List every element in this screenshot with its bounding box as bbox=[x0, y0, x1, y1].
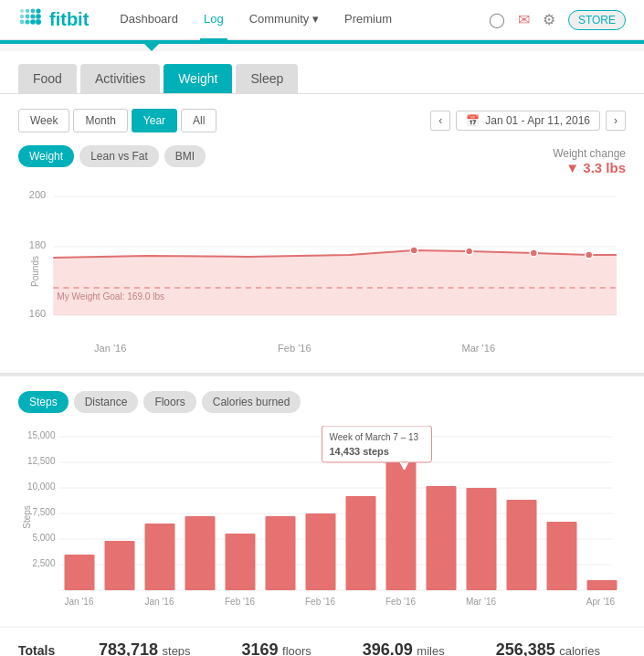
wtab-bmi[interactable]: BMI bbox=[164, 145, 206, 167]
svg-text:Mar '16: Mar '16 bbox=[461, 343, 495, 354]
total-floors: 3169 floors bbox=[242, 640, 311, 656]
stab-floors[interactable]: Floors bbox=[143, 391, 195, 413]
date-nav: ‹ 📅 Jan 01 - Apr 11, 2016 › bbox=[430, 111, 626, 131]
svg-text:14,433 steps: 14,433 steps bbox=[330, 446, 389, 457]
total-calories: 256,385 calories bbox=[496, 640, 600, 656]
svg-point-1 bbox=[26, 8, 29, 12]
steps-chart-svg: 15,000 12,500 10,000 7,500 5,000 2,500 S… bbox=[18, 426, 626, 618]
time-all[interactable]: All bbox=[181, 109, 216, 132]
svg-rect-57 bbox=[322, 426, 432, 462]
svg-text:Jan '16: Jan '16 bbox=[145, 597, 174, 607]
date-next-button[interactable]: › bbox=[606, 111, 626, 131]
total-steps-unit: steps bbox=[163, 644, 191, 656]
svg-text:15,000: 15,000 bbox=[27, 430, 56, 440]
svg-point-9 bbox=[25, 19, 29, 24]
svg-rect-54 bbox=[507, 500, 537, 590]
svg-point-2 bbox=[31, 8, 36, 13]
tab-activities[interactable]: Activities bbox=[80, 64, 160, 93]
svg-text:Apr '16: Apr '16 bbox=[586, 597, 616, 607]
settings-icon[interactable]: ⚙ bbox=[543, 11, 555, 28]
stab-calories[interactable]: Calories burned bbox=[202, 391, 301, 413]
wtab-weight[interactable]: Weight bbox=[18, 145, 74, 167]
calendar-icon: 📅 bbox=[466, 114, 480, 127]
svg-rect-55 bbox=[547, 522, 577, 590]
tab-weight[interactable]: Weight bbox=[164, 64, 232, 93]
weight-sub-tabs: Weight Lean vs Fat BMI bbox=[18, 145, 206, 167]
svg-text:Steps: Steps bbox=[22, 505, 32, 529]
tab-food[interactable]: Food bbox=[18, 64, 77, 93]
tab-sleep[interactable]: Sleep bbox=[236, 64, 298, 93]
svg-point-4 bbox=[20, 14, 24, 17]
svg-point-22 bbox=[530, 249, 537, 257]
svg-text:Mar '16: Mar '16 bbox=[466, 597, 496, 607]
wtab-lean[interactable]: Lean vs Fat bbox=[79, 145, 159, 167]
svg-text:160: 160 bbox=[29, 308, 46, 319]
total-miles-value: 396.09 bbox=[363, 640, 413, 656]
totals-bar: Totals 783,718 steps 3169 floors 396.09 … bbox=[0, 627, 644, 656]
svg-point-6 bbox=[30, 14, 35, 18]
svg-text:2,500: 2,500 bbox=[32, 558, 55, 568]
svg-rect-47 bbox=[226, 534, 256, 590]
svg-text:Jan '16: Jan '16 bbox=[65, 597, 94, 607]
svg-rect-49 bbox=[306, 513, 336, 590]
weight-chart-svg: 200 180 160 Pounds My Weight Goal: 169.0… bbox=[18, 180, 626, 358]
svg-rect-46 bbox=[185, 516, 216, 590]
totals-label: Totals bbox=[18, 643, 73, 657]
nav-right: ◯ ✉ ⚙ STORE bbox=[489, 10, 626, 30]
weight-chart: 200 180 160 Pounds My Weight Goal: 169.0… bbox=[18, 180, 626, 358]
svg-text:Pounds: Pounds bbox=[30, 256, 40, 287]
store-button[interactable]: STORE bbox=[568, 10, 626, 30]
profile-icon[interactable]: ◯ bbox=[489, 11, 505, 28]
weight-change-value: ▼ 3.3 lbs bbox=[565, 160, 626, 175]
date-range-text: Jan 01 - Apr 11, 2016 bbox=[485, 114, 590, 127]
svg-text:Week of March 7 – 13: Week of March 7 – 13 bbox=[330, 432, 419, 442]
nav-log[interactable]: Log bbox=[200, 0, 227, 40]
total-floors-value: 3169 bbox=[242, 640, 279, 656]
svg-rect-53 bbox=[467, 488, 497, 590]
svg-text:12,500: 12,500 bbox=[27, 456, 56, 466]
svg-point-21 bbox=[466, 248, 473, 255]
svg-rect-43 bbox=[65, 555, 95, 590]
stab-distance[interactable]: Distance bbox=[74, 391, 139, 413]
total-calories-unit: calories bbox=[559, 644, 600, 656]
weight-header: Weight Lean vs Fat BMI Weight change ▼ 3… bbox=[18, 145, 626, 176]
log-tab-strip: Food Activities Weight Sleep bbox=[0, 51, 644, 94]
time-week[interactable]: Week bbox=[18, 109, 69, 132]
svg-text:5,000: 5,000 bbox=[32, 533, 55, 543]
svg-point-20 bbox=[410, 247, 417, 254]
svg-text:Feb '16: Feb '16 bbox=[385, 597, 416, 607]
date-prev-button[interactable]: ‹ bbox=[430, 111, 450, 131]
svg-point-8 bbox=[20, 19, 25, 24]
nav-dashboard[interactable]: Dashboard bbox=[116, 0, 182, 40]
svg-rect-45 bbox=[145, 524, 175, 590]
time-year[interactable]: Year bbox=[132, 109, 177, 132]
svg-point-10 bbox=[30, 19, 36, 25]
total-floors-unit: floors bbox=[282, 644, 311, 656]
messages-icon[interactable]: ✉ bbox=[518, 11, 530, 28]
nav-arrow-container bbox=[0, 44, 644, 51]
svg-text:7,500: 7,500 bbox=[32, 507, 55, 517]
total-steps: 783,718 steps bbox=[99, 640, 191, 656]
svg-point-7 bbox=[36, 14, 41, 19]
stab-steps[interactable]: Steps bbox=[18, 391, 69, 413]
total-calories-value: 256,385 bbox=[496, 640, 555, 656]
svg-rect-48 bbox=[266, 516, 296, 590]
svg-point-5 bbox=[26, 14, 30, 18]
main-nav: Dashboard Log Community ▾ Premium bbox=[116, 0, 489, 40]
date-display: 📅 Jan 01 - Apr 11, 2016 bbox=[456, 111, 600, 131]
svg-text:Feb '16: Feb '16 bbox=[225, 597, 255, 607]
nav-community[interactable]: Community ▾ bbox=[246, 0, 322, 40]
svg-rect-44 bbox=[105, 541, 135, 590]
steps-tabs: Steps Distance Floors Calories burned bbox=[18, 391, 626, 413]
svg-rect-52 bbox=[427, 486, 457, 590]
fitbit-logo-icon bbox=[18, 7, 44, 33]
weight-change-label: Weight change bbox=[553, 147, 626, 160]
bar-chart: 15,000 12,500 10,000 7,500 5,000 2,500 S… bbox=[18, 426, 626, 618]
time-month[interactable]: Month bbox=[73, 109, 127, 132]
svg-point-11 bbox=[36, 19, 41, 25]
svg-text:200: 200 bbox=[29, 189, 46, 200]
nav-premium[interactable]: Premium bbox=[341, 0, 396, 40]
svg-text:Feb '16: Feb '16 bbox=[278, 343, 311, 354]
logo: fitbit bbox=[18, 7, 89, 33]
svg-text:Feb '16: Feb '16 bbox=[305, 597, 335, 607]
